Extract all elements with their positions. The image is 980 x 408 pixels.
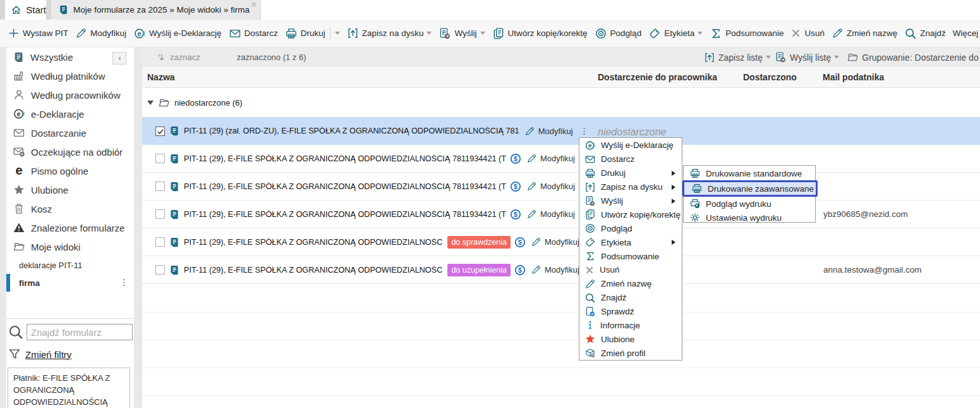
context-menu-item-zmien-profil[interactable]: Zmień profil [579, 346, 682, 360]
sidebar-subitem-deklaracje-pit11[interactable]: deklaracje PIT-11 [6, 256, 134, 274]
print-button[interactable]: Drukuj [285, 27, 340, 40]
column-header-dostarczono[interactable]: Dostarczono [743, 72, 797, 82]
person-icon [13, 89, 25, 101]
search-input[interactable] [27, 324, 133, 340]
table-row[interactable]: PIT-11 (29), E-FILE SPÓŁKA Z OGRANICZONĄ… [142, 228, 980, 256]
chevron-down-icon[interactable] [698, 32, 703, 37]
select-label[interactable]: zaznacz [170, 53, 200, 62]
expand-triangle-icon[interactable] [147, 101, 154, 108]
row-modify-button[interactable]: Modyfikuj [531, 237, 579, 247]
send-edeclaration-button[interactable]: Wyślij e-Deklarację [133, 27, 222, 40]
sigma-icon [710, 27, 722, 40]
sidebar-item-wedlug-platnikow[interactable]: Według płatników [6, 66, 134, 85]
sidebar-item-moje-widoki[interactable]: Moje widoki [6, 237, 134, 256]
context-menu-item-dostarcz[interactable]: Dostarcz [579, 152, 682, 166]
delete-button[interactable]: Usuń [790, 28, 825, 39]
summary-button[interactable]: Podsumowanie [710, 27, 783, 40]
sidebar-subitem-label: firma [19, 278, 40, 288]
context-menu-item-drukuj[interactable]: Drukuj [579, 166, 682, 180]
submenu-item-drukowanie-zaawansowane[interactable]: Drukowanie zaawansowane [682, 180, 818, 197]
group-row-niedostarczone[interactable]: niedostarczone (6) [142, 88, 980, 117]
sidebar-item-pismo-ogolne[interactable]: Pismo ogólne [6, 161, 134, 180]
context-menu-item-podglad[interactable]: Podgląd [579, 221, 682, 235]
sidebar-item-dostarczanie[interactable]: Dostarczanie [6, 123, 134, 142]
submenu-item-ustawienia-wydruku[interactable]: Ustawienia wydruku [684, 211, 815, 225]
context-menu-item-wyslij-edeklaracje[interactable]: Wyślij e-Deklarację [579, 139, 682, 152]
send-button[interactable]: Wyślij [439, 27, 485, 40]
deliver-button[interactable]: Dostarcz [229, 27, 278, 40]
column-header-dostarczenie[interactable]: Dostarczenie do pracownika [598, 72, 717, 82]
context-menu-item-etykieta[interactable]: Etykieta [579, 235, 682, 249]
context-menu-item-utworz-kopie[interactable]: Utwórz kopię/korektę [579, 207, 682, 221]
find-button[interactable]: Znajdź [904, 27, 946, 40]
column-header-mail[interactable]: Mail podatnika [823, 72, 884, 82]
table-row[interactable]: PIT-11 (29), E-FILE SPÓŁKA Z OGRANICZONĄ… [142, 201, 980, 228]
checkbox-unchecked[interactable] [155, 182, 165, 191]
context-menu-item-wyslij[interactable]: Wyślij [579, 194, 682, 208]
save-list-label: Zapisz listę [718, 53, 763, 63]
create-copy-button[interactable]: Utwórz kopię/korektę [492, 27, 588, 40]
chevron-down-icon[interactable] [480, 32, 485, 37]
context-menu-item-podsumowanie[interactable]: Podsumowanie [579, 249, 682, 263]
payer-filter-box[interactable]: Płatnik: E-FILE SPÓŁKA Z OGRANICZONĄ ODP… [8, 368, 130, 408]
label-button[interactable]: Etykieta [648, 27, 703, 40]
sidebar-item-ulubione[interactable]: Ulubione [6, 180, 134, 199]
chevron-down-icon[interactable] [426, 32, 432, 37]
save-to-disk-icon [584, 182, 596, 193]
context-menu-item-usun[interactable]: Usuń [579, 263, 682, 277]
checkbox-unchecked[interactable] [155, 209, 165, 219]
submenu-item-drukowanie-standardowe[interactable]: Drukowanie standardowe [684, 166, 815, 180]
table-row[interactable]: PIT-11 (29) (zał. ORD-ZU), E-FILE SPÓŁKA… [142, 117, 980, 145]
modify-button[interactable]: Modyfikuj [75, 27, 126, 39]
context-menu-item-ulubione[interactable]: Ulubione [579, 332, 682, 346]
save-to-disk-button[interactable]: Zapisz na dysku [347, 27, 432, 39]
row-kebab-menu-icon[interactable] [579, 127, 589, 136]
save-list-button[interactable]: Zapisz listę [704, 52, 771, 63]
sidebar-item-znalezione[interactable]: Znalezione formularze [6, 218, 134, 237]
checkbox-unchecked[interactable] [155, 265, 165, 275]
form-name: PIT-11 (29), E-FILE SPÓŁKA Z OGRANICZONĄ… [184, 210, 506, 219]
close-tab-icon[interactable] [250, 1, 258, 8]
row-modify-button[interactable]: Modyfikuj [526, 209, 575, 219]
row-modify-button[interactable]: Modyfikuj [524, 126, 573, 137]
context-menu-item-zmien-nazwe[interactable]: Zmień nazwę [579, 277, 682, 291]
context-menu-item-informacje[interactable]: Informacje [579, 319, 682, 333]
sidebar-item-wedlug-pracownikow[interactable]: Według pracowników [6, 85, 134, 104]
kebab-menu-icon[interactable] [119, 278, 129, 287]
sidebar-item-kosz[interactable]: Kosz [6, 199, 134, 218]
table-row[interactable]: PIT-11 (29), E-FILE SPÓŁKA Z OGRANICZONĄ… [142, 173, 980, 201]
select-all-icon[interactable] [156, 53, 166, 63]
table-row[interactable]: PIT-11 (29), E-FILE SPÓŁKA Z OGRANICZONĄ… [142, 256, 980, 284]
tab-my-forms-label: Moje formularze za 2025 » Moje widoki » … [73, 5, 250, 15]
more-button[interactable]: Więcej [953, 28, 979, 38]
tab-my-forms[interactable]: Moje formularze za 2025 » Moje widoki » … [51, 0, 260, 20]
context-menu-item-sprawdz[interactable]: Sprawdź [579, 305, 682, 319]
checkbox-unchecked[interactable] [155, 237, 165, 247]
sidebar-item-oczekujace[interactable]: Oczekujące na odbiór [6, 142, 134, 161]
sidebar-subitem-firma[interactable]: firma [6, 274, 134, 292]
grouping-button[interactable]: Grupowanie: Dostarczenie do pr [847, 51, 980, 63]
preview-button[interactable]: Podgląd [595, 27, 642, 40]
tab-start[interactable]: Start [5, 0, 46, 20]
sidebar-collapse-button[interactable] [112, 52, 126, 65]
submenu-item-podglad-wydruku[interactable]: Podgląd wydruku [684, 197, 815, 211]
send-list-button[interactable]: Wyślij listę [775, 51, 839, 63]
chevron-down-icon[interactable] [766, 56, 771, 61]
row-modify-button[interactable]: Modyfikuj [526, 153, 575, 164]
row-modify-label: Modyfikuj [540, 182, 575, 191]
checkbox-checked[interactable] [155, 127, 165, 136]
chevron-down-icon[interactable] [335, 32, 340, 37]
chevron-down-icon[interactable] [834, 56, 839, 61]
table-row[interactable]: PIT-11 (29), E-FILE SPÓŁKA Z OGRANICZONĄ… [142, 145, 980, 173]
column-header-nazwa[interactable]: Nazwa [147, 72, 175, 82]
issue-pit-button[interactable]: Wystaw PIT [8, 27, 68, 39]
dollar-icon [510, 153, 521, 164]
change-filters-link[interactable]: Zmień filtry [25, 349, 71, 360]
row-modify-button[interactable]: Modyfikuj [531, 264, 579, 275]
context-menu-item-znajdz[interactable]: Znajdź [579, 291, 682, 305]
rename-button[interactable]: Zmień nazwę [832, 27, 897, 39]
row-modify-button[interactable]: Modyfikuj [526, 181, 575, 192]
context-menu-item-zapisz-na-dysku[interactable]: Zapisz na dysku [579, 180, 682, 194]
checkbox-unchecked[interactable] [155, 154, 165, 163]
sidebar-item-edeklaracje[interactable]: e-Deklaracje [6, 104, 134, 123]
